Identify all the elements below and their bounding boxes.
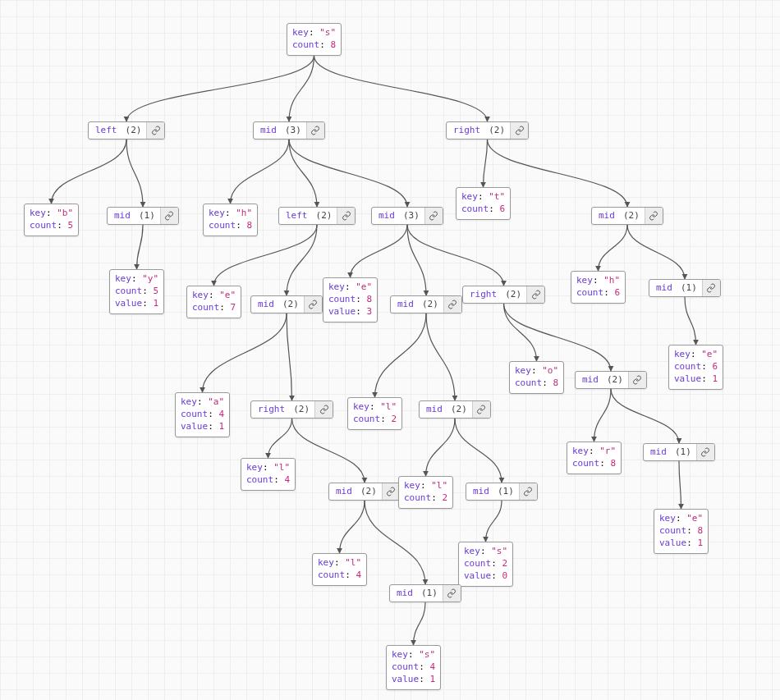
edge [594, 389, 612, 442]
ref-label: right [447, 122, 487, 139]
ref-node-mid[interactable]: mid(1) [643, 443, 715, 461]
data-node: key: "s"count: 2value: 0 [458, 542, 513, 587]
edge [599, 225, 628, 271]
data-node: key: "h"count: 6 [571, 271, 626, 304]
ref-count: (2) [359, 483, 382, 500]
ref-node-right[interactable]: right(2) [462, 286, 545, 304]
link-icon[interactable] [382, 483, 400, 500]
ref-node-left[interactable]: left(2) [278, 207, 356, 225]
link-icon[interactable] [424, 208, 443, 224]
ref-label: mid [420, 401, 449, 418]
edge [287, 225, 317, 295]
ref-node-mid[interactable]: mid(1) [466, 483, 538, 501]
ref-count: (2) [449, 401, 472, 418]
link-icon[interactable] [314, 401, 333, 418]
edge [611, 389, 679, 443]
ref-node-mid[interactable]: mid(2) [419, 400, 491, 419]
ref-node-mid[interactable]: mid(1) [389, 584, 461, 602]
data-node: key: "b"count: 5 [24, 204, 79, 236]
data-node: key: "s"count: 8 [287, 23, 342, 56]
ref-label: mid [390, 585, 420, 602]
ref-node-mid[interactable]: mid(2) [328, 483, 401, 501]
edge [289, 56, 314, 121]
edge [627, 225, 685, 279]
ref-label: right [251, 401, 291, 418]
ref-count: (2) [503, 286, 526, 303]
edge [340, 501, 365, 553]
ref-node-mid[interactable]: mid(2) [390, 295, 462, 313]
ref-label: mid [372, 208, 401, 224]
data-node: key: "e"count: 7 [186, 286, 241, 318]
ref-count: (2) [622, 208, 645, 224]
data-node: key: "r"count: 8 [567, 442, 622, 474]
link-icon[interactable] [510, 122, 528, 139]
data-node: key: "o"count: 8 [509, 361, 564, 394]
ref-node-mid[interactable]: mid(3) [253, 121, 325, 140]
link-icon[interactable] [696, 444, 714, 460]
link-icon[interactable] [519, 483, 537, 500]
link-icon[interactable] [472, 401, 490, 418]
edge [679, 461, 681, 509]
edge [365, 501, 425, 584]
edge [504, 304, 537, 361]
ref-label: left [89, 122, 124, 139]
ref-count: (1) [137, 208, 160, 224]
data-node: key: "e"count: 8value: 3 [323, 277, 378, 323]
edge [486, 501, 502, 542]
data-node: key: "l"count: 4 [312, 553, 367, 586]
edge [314, 56, 488, 121]
data-node: key: "a"count: 4value: 1 [175, 392, 230, 437]
ref-count: (2) [291, 401, 314, 418]
data-node: key: "l"count: 2 [347, 397, 402, 430]
ref-node-mid[interactable]: mid(3) [371, 207, 443, 225]
ref-node-mid[interactable]: mid(1) [649, 279, 721, 297]
ref-count: (1) [420, 585, 443, 602]
ref-node-mid[interactable]: mid(2) [575, 371, 647, 389]
ref-node-mid[interactable]: mid(1) [107, 207, 179, 225]
edge [289, 140, 407, 207]
ref-label: mid [466, 483, 496, 500]
edge [287, 313, 292, 400]
link-icon[interactable] [526, 286, 544, 303]
data-node: key: "t"count: 6 [456, 187, 511, 220]
ref-label: mid [254, 122, 283, 139]
ref-node-mid[interactable]: mid(2) [250, 295, 323, 313]
ref-node-right[interactable]: right(2) [446, 121, 529, 140]
ref-count: (2) [605, 372, 628, 388]
edge [268, 419, 292, 458]
link-icon[interactable] [160, 208, 178, 224]
link-icon[interactable] [443, 296, 461, 313]
data-node: key: "l"count: 2 [398, 476, 453, 509]
edge [407, 225, 504, 286]
link-icon[interactable] [443, 585, 461, 602]
edge [231, 140, 290, 204]
link-icon[interactable] [337, 208, 355, 224]
ref-label: mid [644, 444, 673, 460]
data-node: key: "h"count: 8 [203, 204, 258, 236]
edge [203, 313, 287, 392]
data-node: key: "e"count: 6value: 1 [668, 345, 723, 390]
ref-label: right [463, 286, 503, 303]
ref-label: mid [329, 483, 359, 500]
link-icon[interactable] [702, 280, 720, 296]
link-icon[interactable] [304, 296, 322, 313]
link-icon[interactable] [628, 372, 646, 388]
edge [289, 140, 317, 207]
ref-label: mid [576, 372, 605, 388]
ref-node-mid[interactable]: mid(2) [591, 207, 663, 225]
data-node: key: "s"count: 4value: 1 [386, 645, 441, 690]
tree-canvas: { "nodes": { "root": { "x": 349, "y": 28… [0, 0, 780, 700]
edge [351, 225, 408, 277]
edge [455, 419, 502, 483]
link-icon[interactable] [146, 122, 164, 139]
ref-label: mid [391, 296, 420, 313]
link-icon[interactable] [645, 208, 663, 224]
ref-count: (2) [487, 122, 510, 139]
edge [52, 140, 127, 204]
ref-node-right[interactable]: right(2) [250, 400, 333, 419]
ref-count: (2) [420, 296, 443, 313]
ref-count: (1) [496, 483, 519, 500]
link-icon[interactable] [306, 122, 324, 139]
edge [484, 140, 488, 187]
ref-node-left[interactable]: left(2) [88, 121, 165, 140]
